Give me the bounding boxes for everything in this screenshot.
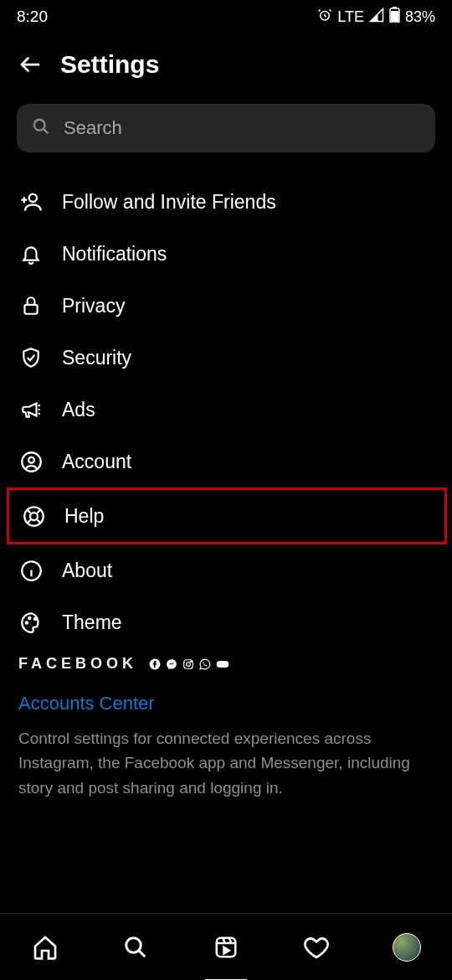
menu-item-label: Notifications xyxy=(62,243,167,266)
svg-rect-3 xyxy=(391,11,398,22)
bell-icon xyxy=(18,241,44,266)
header: Settings xyxy=(0,34,452,104)
nav-home[interactable] xyxy=(31,933,59,962)
menu-item-security[interactable]: Security xyxy=(0,332,452,384)
accounts-center-description: Control settings for connected experienc… xyxy=(18,726,434,800)
menu-item-label: Help xyxy=(64,505,104,528)
svg-point-20 xyxy=(126,937,141,952)
menu-item-label: Security xyxy=(62,347,131,369)
shield-icon xyxy=(18,345,44,370)
facebook-label: FACEBOOK xyxy=(18,655,137,673)
whatsapp-icon xyxy=(199,658,211,670)
lifebuoy-icon xyxy=(21,503,46,529)
brand-row: FACEBOOK xyxy=(18,655,434,673)
svg-rect-19 xyxy=(217,661,229,668)
svg-point-13 xyxy=(28,616,30,618)
menu-item-label: Ads xyxy=(62,399,95,421)
menu-item-theme[interactable]: Theme xyxy=(0,596,452,648)
page-title: Settings xyxy=(60,50,159,79)
status-time: 8:20 xyxy=(17,8,48,26)
svg-point-14 xyxy=(33,617,35,619)
svg-point-4 xyxy=(34,120,45,131)
svg-rect-21 xyxy=(217,937,236,957)
status-bar: 8:20 LTE 83% xyxy=(0,0,452,34)
palette-icon xyxy=(18,610,44,635)
battery-label: 83% xyxy=(405,8,435,26)
instagram-icon xyxy=(182,658,194,670)
facebook-icon xyxy=(149,658,161,670)
nav-search[interactable] xyxy=(121,933,150,962)
menu-item-notifications[interactable]: Notifications xyxy=(0,228,452,280)
svg-point-5 xyxy=(29,194,37,202)
menu-item-ads[interactable]: Ads xyxy=(0,384,452,436)
search-bar[interactable] xyxy=(17,104,435,152)
nav-profile[interactable] xyxy=(393,933,421,962)
oculus-icon xyxy=(216,660,229,668)
avatar xyxy=(393,933,421,962)
user-circle-icon xyxy=(18,449,44,474)
menu-item-label: Privacy xyxy=(62,295,125,317)
nav-activity[interactable] xyxy=(302,933,331,962)
brand-icons xyxy=(149,658,229,670)
svg-point-18 xyxy=(191,661,192,662)
battery-icon xyxy=(389,7,400,27)
back-button[interactable] xyxy=(17,51,44,78)
bottom-nav xyxy=(0,913,452,980)
svg-point-10 xyxy=(30,513,38,520)
svg-point-12 xyxy=(25,622,27,623)
menu-item-privacy[interactable]: Privacy xyxy=(0,280,452,332)
menu-item-label: Account xyxy=(62,451,131,473)
status-right: LTE 83% xyxy=(317,7,435,27)
svg-rect-6 xyxy=(24,305,37,314)
menu-item-label: About xyxy=(62,560,112,582)
menu-item-label: Follow and Invite Friends xyxy=(62,191,276,214)
megaphone-icon xyxy=(18,397,44,422)
messenger-icon xyxy=(166,658,177,670)
menu-item-about[interactable]: About xyxy=(0,544,452,596)
menu-item-label: Theme xyxy=(62,611,122,634)
signal-icon xyxy=(369,8,384,27)
person-add-icon xyxy=(18,189,44,214)
info-icon xyxy=(18,558,44,583)
search-input[interactable] xyxy=(64,117,420,139)
svg-point-8 xyxy=(28,456,34,462)
menu-item-account[interactable]: Account xyxy=(0,436,452,487)
network-label: LTE xyxy=(337,8,364,26)
accounts-center-link[interactable]: Accounts Center xyxy=(18,693,434,714)
lock-icon xyxy=(18,293,44,318)
menu-item-help[interactable]: Help xyxy=(7,487,447,544)
svg-point-17 xyxy=(187,662,191,666)
settings-menu: Follow and Invite Friends Notifications … xyxy=(0,176,452,648)
menu-item-follow-invite[interactable]: Follow and Invite Friends xyxy=(0,176,452,228)
nav-reels[interactable] xyxy=(212,914,240,981)
search-icon xyxy=(32,117,50,139)
alarm-icon xyxy=(317,8,332,27)
